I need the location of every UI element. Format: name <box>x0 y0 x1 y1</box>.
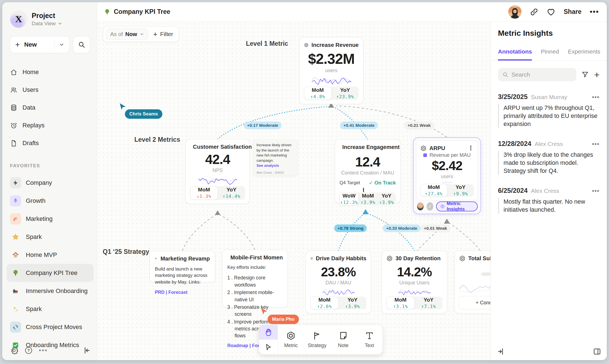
sidebar-more[interactable]: ••• More <box>7 355 90 360</box>
stat-yoy[interactable]: YoY ↑3.9% <box>339 297 366 309</box>
list-item: 2 . Implement mobile-native UI <box>227 289 283 303</box>
stat-mom[interactable]: MoM ↑3.1% <box>386 297 415 309</box>
metric-tool[interactable]: Metric <box>278 325 304 354</box>
favorite-item-home-mvp[interactable]: Home MVP <box>7 246 94 264</box>
hand-tool[interactable] <box>259 325 278 340</box>
sidebar-search-button[interactable] <box>73 36 90 53</box>
sidebar-item-home[interactable]: Home <box>10 63 90 81</box>
search-input[interactable] <box>512 71 572 78</box>
canvas-note[interactable]: Increase likely driven by the launch of … <box>253 139 298 176</box>
section-level1-label: Level 1 Metric <box>246 40 288 47</box>
annotation-item[interactable]: 12/28/2024 Alex Cress ••• 3% drop likely… <box>498 140 600 175</box>
copy-link-icon[interactable] <box>530 8 538 16</box>
favorite-heart-icon[interactable] <box>547 7 555 16</box>
favorite-item-immersive-onboarding[interactable]: Immersive Onboarding <box>7 282 94 300</box>
metric-card-increase-revenue[interactable]: Increase Revenue $2.32M users MoM ↑4.8% … <box>299 37 363 104</box>
metric-unit: DAU / MAU <box>310 280 366 286</box>
strategy-tool[interactable]: Strategy <box>304 325 330 354</box>
annotation-overflow-icon[interactable]: ••• <box>592 141 600 147</box>
edge-label-moderate: +0.33 Moderate <box>383 224 421 232</box>
metric-insights-panel: Metric Insights Annotations Pinned Exper… <box>490 22 607 360</box>
filter-funnel-icon[interactable] <box>581 71 589 79</box>
train-icon <box>10 285 21 297</box>
favorite-item-spark-2[interactable]: Spark <box>7 300 94 318</box>
stat-yoy[interactable]: YoY ↑14.4% <box>218 186 245 200</box>
metric-insights-button[interactable]: Metric Insights <box>436 201 478 211</box>
strategy-card-mobile-first-momentum[interactable]: Mobile-First Momentum Key efforts includ… <box>222 250 288 307</box>
metric-card-30-day-retention[interactable]: 30 Day Retention 14.2% Unique Users MoM … <box>382 251 447 314</box>
topbar-overflow-icon[interactable]: ••• <box>590 7 599 16</box>
kpi-tree-canvas[interactable]: As of Now + Filter Level 1 Metric Level … <box>97 22 490 360</box>
select-tool[interactable] <box>259 340 278 354</box>
sidebar-overflow-icon[interactable]: ••• <box>39 347 48 354</box>
favorite-item-marketing[interactable]: Marketing <box>7 210 94 228</box>
user-avatar[interactable] <box>508 5 522 19</box>
sidebar-item-data[interactable]: Data <box>10 99 90 117</box>
annotations-search[interactable] <box>498 68 576 81</box>
stat-yoy[interactable]: YoY ↑23.9% <box>332 87 359 100</box>
annotation-overflow-icon[interactable]: ••• <box>592 94 600 100</box>
connect-data-button[interactable]: + Connect <box>459 296 490 309</box>
stat-mom[interactable]: MoM ↑27.4% <box>420 184 447 197</box>
text-tool[interactable]: Text <box>356 325 382 354</box>
strategy-card-marketing-revamp[interactable]: Marketing Revamp Build and launch a new … <box>150 251 215 282</box>
on-track-status: ✓ On Track <box>369 180 396 186</box>
add-annotation-icon[interactable]: + <box>594 69 600 80</box>
project-switcher[interactable]: X Project Data View <box>10 11 90 28</box>
metric-card-total-subscriptions[interactable]: Total Subscript + Connect <box>454 251 490 314</box>
annotation-author: Alex Cress <box>531 188 559 194</box>
favorite-item-company-kpi-tree[interactable]: Company KPI Tree <box>7 264 94 282</box>
note-body: Increase likely driven by the launch of … <box>256 143 295 163</box>
favorite-item-growth[interactable]: Growth <box>7 192 94 210</box>
metric-card-increase-engagement[interactable]: Increase Engagement 12.4 Content Creatio… <box>335 139 401 203</box>
metric-card-customer-satisfaction[interactable]: Customer Satisfaction 42.4 NPS MoM ↓1.3%… <box>185 139 250 204</box>
help-icon[interactable]: ? <box>24 346 33 355</box>
tab-pinned[interactable]: Pinned <box>541 48 559 60</box>
note-tool[interactable]: Note <box>330 325 356 354</box>
filter-button[interactable]: + Filter <box>153 30 173 39</box>
note-icon <box>339 331 348 340</box>
cursor-arrow-icon <box>265 343 272 351</box>
sidebar-item-label: Drafts <box>22 140 39 147</box>
sidebar-item-users[interactable]: Users <box>10 81 90 99</box>
favorite-item-cross-project-moves[interactable]: Cross Project Moves <box>7 318 94 336</box>
favorite-label: Growth <box>26 197 46 204</box>
stat-yoy[interactable]: YoY ↑3.9% <box>377 193 396 205</box>
settings-gear-icon[interactable] <box>10 346 18 355</box>
kebab-menu-icon[interactable]: ⋮ <box>468 145 474 152</box>
metric-unit: Content Creation / MAU <box>339 170 396 176</box>
tab-experiments[interactable]: Experiments <box>568 48 600 60</box>
chevron-down-icon[interactable] <box>59 42 64 47</box>
stat-yoy[interactable]: YoY ↑7.1% <box>415 297 442 309</box>
metric-unit: Unique Users <box>386 280 442 286</box>
new-button[interactable]: + New <box>10 36 70 53</box>
annotation-item[interactable]: 6/25/2024 Alex Cress ••• Mostly flat thi… <box>498 187 600 214</box>
annotation-item[interactable]: 3/25/2025 Susan Murray ••• ARPU went up … <box>498 93 600 128</box>
as-of-dropdown[interactable]: As of Now <box>106 29 148 40</box>
annotation-overflow-icon[interactable]: ••• <box>592 188 600 194</box>
favorite-label: Home MVP <box>26 251 57 259</box>
share-button[interactable]: Share <box>564 8 582 16</box>
stat-mom[interactable]: MoM ↑2.6% <box>310 297 339 309</box>
stat-yoy[interactable]: YoY ↑9.9% <box>447 184 474 197</box>
sidebar-item-replays[interactable]: Replays <box>10 117 90 134</box>
edge-label-weak: +0.01 Weak <box>421 224 451 232</box>
stat-mom[interactable]: MoM ↑4.8% <box>304 87 332 100</box>
strategy-links[interactable]: PRD | Forecast <box>155 290 210 295</box>
sidebar-item-drafts[interactable]: Drafts <box>10 134 90 152</box>
annotation-date: 12/28/2024 <box>498 140 531 148</box>
metric-card-arpu[interactable]: ARPU ⋮ Revenue per MAU $2.42 users MoM ↑… <box>413 137 481 214</box>
metric-card-drive-daily-habbits[interactable]: Drive Daily Habbits 23.8% DAU / MAU MoM … <box>306 251 371 314</box>
stat-mom[interactable]: MoM ↓1.3% <box>190 186 218 200</box>
collapse-sidebar-icon[interactable] <box>83 346 91 355</box>
canvas-tool-palette: Metric Strategy Note Text <box>259 325 383 355</box>
note-see-analysis-link[interactable]: See analysis <box>256 163 295 168</box>
expand-panel-icon[interactable] <box>496 347 505 356</box>
favorite-item-company[interactable]: Company <box>7 174 94 192</box>
tab-annotations[interactable]: Annotations <box>498 48 532 60</box>
favorite-item-spark[interactable]: Spark <box>7 228 94 246</box>
stat-wow[interactable]: WoW ↑12.3% <box>339 193 359 205</box>
toggle-panel-icon[interactable] <box>593 347 601 356</box>
stat-mom[interactable]: MoM ↑3.9% <box>359 193 377 205</box>
project-view-dropdown[interactable]: Data View <box>32 21 62 27</box>
